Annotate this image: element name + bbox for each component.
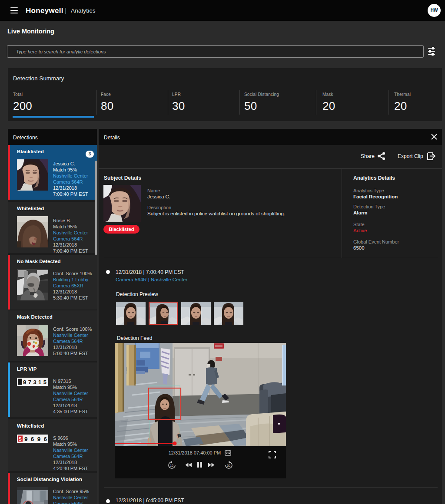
svg-text:30: 30 <box>227 464 230 467</box>
svg-text:10: 10 <box>170 464 173 467</box>
svg-text:S: S <box>19 436 22 441</box>
